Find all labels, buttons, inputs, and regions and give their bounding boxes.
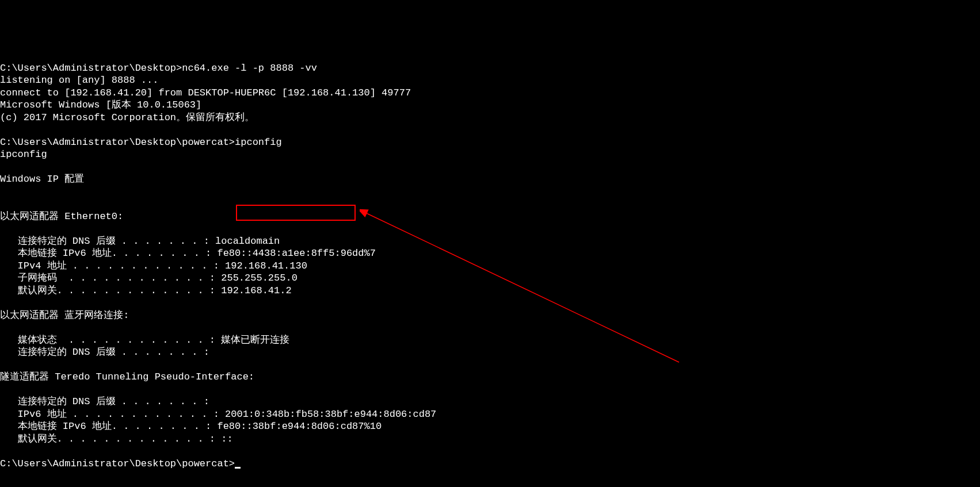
terminal-line: 本地链接 IPv6 地址. . . . . . . . : fe80::4438… — [0, 248, 376, 259]
terminal-line: 以太网适配器 蓝牙网络连接: — [0, 310, 129, 321]
terminal-line: C:\Users\Administrator\Desktop>nc64.exe … — [0, 63, 317, 74]
terminal-line: 媒体状态 . . . . . . . . . . . . : 媒体已断开连接 — [0, 335, 289, 346]
terminal-line: connect to [192.168.41.20] from DESKTOP-… — [0, 87, 411, 98]
terminal-line: IPv4 地址 . . . . . . . . . . . . : 192.16… — [0, 260, 307, 271]
cursor-icon — [235, 467, 241, 469]
terminal-line: 默认网关. . . . . . . . . . . . . : :: — [0, 434, 233, 444]
terminal-line: listening on [any] 8888 ... — [0, 75, 158, 86]
terminal-line: 子网掩码 . . . . . . . . . . . . : 255.255.2… — [0, 273, 298, 283]
terminal-line: 以太网适配器 Ethernet0: — [0, 211, 123, 222]
terminal-line: 连接特定的 DNS 后缀 . . . . . . . : — [0, 396, 215, 407]
terminal-line: 默认网关. . . . . . . . . . . . . : 192.168.… — [0, 285, 292, 296]
terminal-line: Microsoft Windows [版本 10.0.15063] — [0, 99, 201, 110]
terminal-line: 连接特定的 DNS 后缀 . . . . . . . : — [0, 347, 215, 358]
terminal-line: IPv6 地址 . . . . . . . . . . . . : 2001:0… — [0, 409, 436, 420]
terminal-line: C:\Users\Administrator\Desktop\powercat>… — [0, 137, 282, 148]
terminal-line: Windows IP 配置 — [0, 174, 84, 185]
terminal-line: ipconfig — [0, 149, 47, 160]
terminal-line: 连接特定的 DNS 后缀 . . . . . . . : localdomain — [0, 236, 280, 247]
terminal-output[interactable]: C:\Users\Administrator\Desktop>nc64.exe … — [0, 49, 980, 470]
terminal-prompt: C:\Users\Administrator\Desktop\powercat> — [0, 458, 235, 469]
terminal-line: 本地链接 IPv6 地址. . . . . . . . : fe80::38bf… — [0, 421, 382, 432]
terminal-line: 隧道适配器 Teredo Tunneling Pseudo-Interface: — [0, 371, 254, 382]
terminal-line: (c) 2017 Microsoft Corporation。保留所有权利。 — [0, 112, 254, 123]
